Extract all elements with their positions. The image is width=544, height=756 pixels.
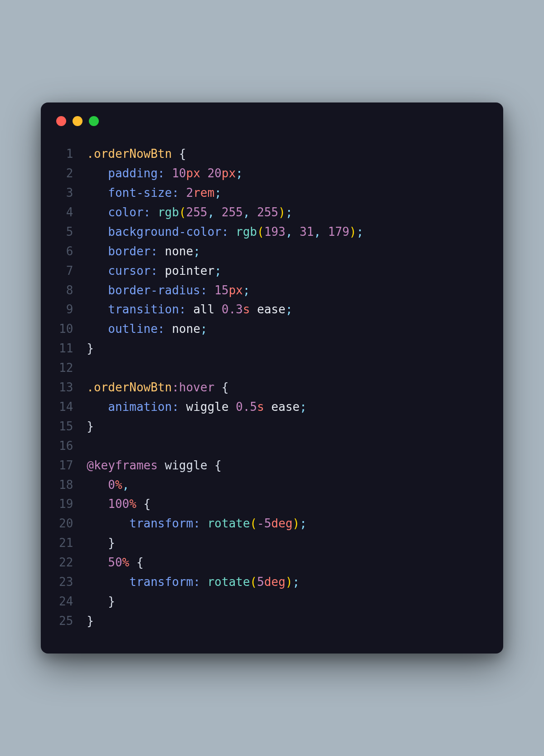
code-line: padding: 10px 20px; [87, 164, 485, 183]
maximize-window-icon[interactable] [89, 116, 99, 126]
line-number: 20 [59, 514, 73, 533]
line-number: 3 [59, 183, 73, 203]
code-line: } [87, 339, 485, 358]
line-number: 19 [59, 494, 73, 514]
code-line: font-size: 2rem; [87, 183, 485, 203]
code-editor-window: 1234567891011121314151617181920212223242… [41, 102, 503, 653]
line-number: 23 [59, 572, 73, 592]
code-line: transform: rotate(-5deg); [87, 514, 485, 533]
code-line: animation: wiggle 0.5s ease; [87, 397, 485, 417]
line-number: 13 [59, 378, 73, 397]
line-number: 25 [59, 611, 73, 631]
window-traffic-lights [56, 116, 485, 126]
code-line: transform: rotate(5deg); [87, 572, 485, 592]
line-number: 11 [59, 339, 73, 358]
code-line: } [87, 417, 485, 436]
line-number: 2 [59, 164, 73, 183]
code-line: 100% { [87, 494, 485, 514]
code-line: 50% { [87, 553, 485, 572]
line-number: 14 [59, 397, 73, 417]
line-number: 4 [59, 203, 73, 222]
code-line: @keyframes wiggle { [87, 456, 485, 475]
line-number: 17 [59, 456, 73, 475]
line-number: 10 [59, 319, 73, 339]
code-line: border-radius: 15px; [87, 281, 485, 300]
code-line: cursor: pointer; [87, 261, 485, 281]
code-line: 0%, [87, 475, 485, 495]
line-number: 24 [59, 592, 73, 611]
code-line: .orderNowBtn { [87, 144, 485, 164]
code-line: } [87, 611, 485, 631]
line-number: 7 [59, 261, 73, 281]
line-number: 12 [59, 358, 73, 378]
code-area: 1234567891011121314151617181920212223242… [59, 144, 485, 630]
code-line: transition: all 0.3s ease; [87, 300, 485, 319]
minimize-window-icon[interactable] [73, 116, 83, 126]
code-content[interactable]: .orderNowBtn { padding: 10px 20px; font-… [87, 144, 485, 630]
line-number: 16 [59, 436, 73, 456]
line-number: 6 [59, 242, 73, 261]
code-line: color: rgb(255, 255, 255); [87, 203, 485, 222]
code-line: .orderNowBtn:hover { [87, 378, 485, 397]
line-number-gutter: 1234567891011121314151617181920212223242… [59, 144, 87, 630]
line-number: 5 [59, 222, 73, 242]
code-line [87, 358, 485, 378]
line-number: 1 [59, 144, 73, 164]
line-number: 9 [59, 300, 73, 319]
line-number: 22 [59, 553, 73, 572]
code-line [87, 436, 485, 456]
close-window-icon[interactable] [56, 116, 66, 126]
code-line: } [87, 592, 485, 611]
code-line: border: none; [87, 242, 485, 261]
code-line: background-color: rgb(193, 31, 179); [87, 222, 485, 242]
line-number: 8 [59, 281, 73, 300]
code-line: outline: none; [87, 319, 485, 339]
code-line: } [87, 533, 485, 553]
line-number: 18 [59, 475, 73, 495]
line-number: 21 [59, 533, 73, 553]
line-number: 15 [59, 417, 73, 436]
